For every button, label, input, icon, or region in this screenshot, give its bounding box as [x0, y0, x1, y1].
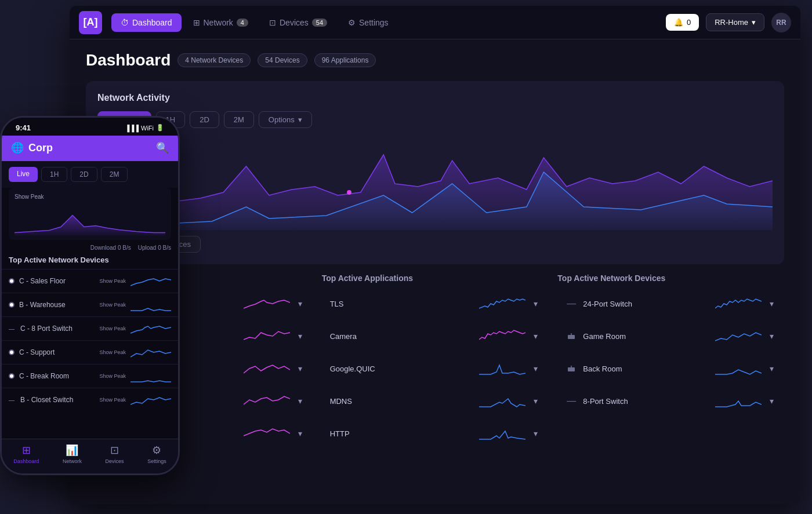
phone-nav-devices[interactable]: ⊡ Devices: [106, 444, 124, 464]
chevron-down-icon: ▾: [298, 115, 302, 124]
list-item: C - Break Room Show Peak: [2, 364, 178, 388]
phone-chart-area: Show Peak: [9, 188, 171, 240]
devices-badge: 54 Devices: [258, 53, 307, 67]
list-item: B - Warehouse Show Peak: [2, 293, 178, 316]
view-toggle: Activity Devices: [97, 236, 773, 253]
expand-button[interactable]: ▾: [767, 299, 776, 308]
router-icon: [566, 363, 577, 374]
nav-tab-settings[interactable]: ⚙ Settings: [339, 13, 398, 32]
expand-button[interactable]: ▾: [767, 396, 776, 406]
table-row: TLS ▾: [322, 290, 549, 318]
expand-button[interactable]: ▾: [296, 429, 304, 438]
show-peak-label: Show Peak: [14, 194, 165, 200]
status-icons: ▐▐▐ WiFi 🔋: [125, 124, 164, 132]
status-time: 9:41: [16, 123, 31, 132]
home-selector[interactable]: RR-Home ▾: [706, 13, 764, 31]
table-row: Google.QUIC ▾: [322, 355, 549, 382]
table-row: — 24-Port Switch ▾: [557, 290, 784, 318]
bottom-grid: Top Active Devices Camera ▾ Camera ▾ Cam…: [86, 274, 784, 452]
2d-button[interactable]: 2D: [190, 111, 219, 128]
svg-rect-4: [568, 367, 575, 371]
settings-icon: ⚙: [152, 444, 161, 457]
phone-nav-settings[interactable]: ⚙ Settings: [147, 444, 166, 464]
settings-icon: ⚙: [348, 18, 356, 27]
top-active-applications-section: Top Active Applications TLS ▾ Camera ▾ G…: [322, 274, 549, 452]
switch-icon: —: [566, 298, 577, 309]
download-upload-stats: Download 0 B/s Upload 0 B/s: [2, 245, 178, 251]
top-active-network-devices-section: Top Active Network Devices — 24-Port Swi…: [557, 274, 784, 452]
phone-frame: 9:41 ▐▐▐ WiFi 🔋 🌐 Corp 🔍 Live 1H 2D 2M S…: [0, 116, 180, 475]
table-row: Camera ▾: [322, 322, 549, 350]
nav-tabs: ⏱ Dashboard ⊞ Network 4 ⊡ Devices 54 ⚙ S…: [111, 13, 398, 32]
phone-tabs: Live 1H 2D 2M: [2, 161, 178, 188]
expand-button[interactable]: ▾: [531, 364, 540, 373]
page-title: Dashboard: [86, 51, 171, 70]
devices-icon: ⊡: [269, 18, 276, 27]
phone-tab-2m[interactable]: 2M: [101, 167, 128, 182]
phone-bottom-nav: ⊞ Dashboard 📊 Network ⊡ Devices ⚙ Settin…: [2, 439, 178, 473]
phone-tab-1h[interactable]: 1H: [41, 167, 67, 182]
network-activity-card: Network Activity Real Time 1H 2D 2M Opti…: [86, 81, 784, 264]
2m-button[interactable]: 2M: [224, 111, 254, 128]
list-item: C - Support Show Peak: [2, 340, 178, 364]
phone-status-bar: 9:41 ▐▐▐ WiFi 🔋: [2, 118, 178, 136]
expand-button[interactable]: ▾: [296, 364, 304, 373]
network-activity-title: Network Activity: [97, 93, 773, 103]
nav-tab-network[interactable]: ⊞ Network 4: [184, 13, 258, 32]
search-icon[interactable]: 🔍: [156, 141, 169, 154]
app-logo: [A]: [79, 11, 102, 34]
phone-nav-dashboard[interactable]: ⊞ Dashboard: [13, 444, 39, 464]
list-item: — B - Closet Switch Show Peak: [2, 388, 178, 411]
wifi-icon: WiFi: [141, 125, 154, 132]
expand-button[interactable]: ▾: [296, 396, 304, 406]
device-dot: [9, 278, 14, 284]
table-row: HTTP ▾: [322, 420, 549, 447]
svg-point-2: [569, 337, 570, 338]
globe-icon: 🌐: [11, 141, 24, 154]
phone-section-title: Top Active Network Devices: [2, 256, 178, 269]
device-dot: [9, 349, 14, 355]
network-icon: 📊: [66, 444, 78, 457]
expand-button[interactable]: ▾: [531, 396, 540, 406]
devices-icon: ⊡: [110, 444, 119, 457]
notifications-button[interactable]: 🔔 0: [666, 14, 699, 31]
network-chart: [97, 137, 773, 230]
bell-icon: 🔔: [674, 18, 683, 27]
expand-button[interactable]: ▾: [296, 299, 304, 308]
phone-header: 🌐 Corp 🔍: [2, 136, 178, 161]
table-row: — 8-Port Switch ▾: [557, 387, 784, 415]
svg-point-0: [347, 190, 351, 195]
nav-tab-dashboard[interactable]: ⏱ Dashboard: [111, 13, 182, 32]
expand-button[interactable]: ▾: [767, 364, 776, 373]
nav-tab-devices[interactable]: ⊡ Devices 54: [260, 13, 336, 32]
dashboard-icon: ⊞: [22, 444, 31, 457]
expand-button[interactable]: ▾: [531, 299, 540, 308]
table-row: Back Room ▾: [557, 355, 784, 382]
time-controls: Real Time 1H 2D 2M Options ▾: [97, 111, 773, 128]
phone-tab-live[interactable]: Live: [9, 167, 38, 182]
router-icon: [566, 330, 577, 342]
network-icon: ⊞: [193, 18, 200, 27]
mobile-phone: 9:41 ▐▐▐ WiFi 🔋 🌐 Corp 🔍 Live 1H 2D 2M S…: [0, 116, 180, 475]
options-button[interactable]: Options ▾: [259, 111, 312, 128]
signal-icon: ▐▐▐: [125, 125, 139, 132]
network-devices-badge: 4 Network Devices: [177, 53, 251, 67]
phone-tab-2d[interactable]: 2D: [71, 167, 97, 182]
corp-label: 🌐 Corp: [11, 141, 53, 154]
expand-button[interactable]: ▾: [296, 331, 304, 341]
top-active-network-devices-title: Top Active Network Devices: [557, 274, 784, 283]
battery-icon: 🔋: [156, 124, 164, 132]
avatar: RR: [771, 13, 791, 32]
top-nav: [A] ⏱ Dashboard ⊞ Network 4 ⊡ Devices 54…: [70, 6, 800, 39]
table-row: Game Room ▾: [557, 322, 784, 350]
page-header: Dashboard 4 Network Devices 54 Devices 9…: [86, 51, 784, 70]
expand-button[interactable]: ▾: [767, 331, 776, 341]
device-dot: [9, 302, 14, 308]
phone-nav-network[interactable]: 📊 Network: [63, 444, 82, 464]
nav-right: 🔔 0 RR-Home ▾ RR: [666, 13, 791, 32]
expand-button[interactable]: ▾: [531, 429, 540, 438]
switch-icon: —: [566, 395, 577, 407]
top-active-applications-title: Top Active Applications: [322, 274, 549, 283]
expand-button[interactable]: ▾: [531, 331, 540, 341]
chevron-down-icon: ▾: [752, 18, 756, 27]
